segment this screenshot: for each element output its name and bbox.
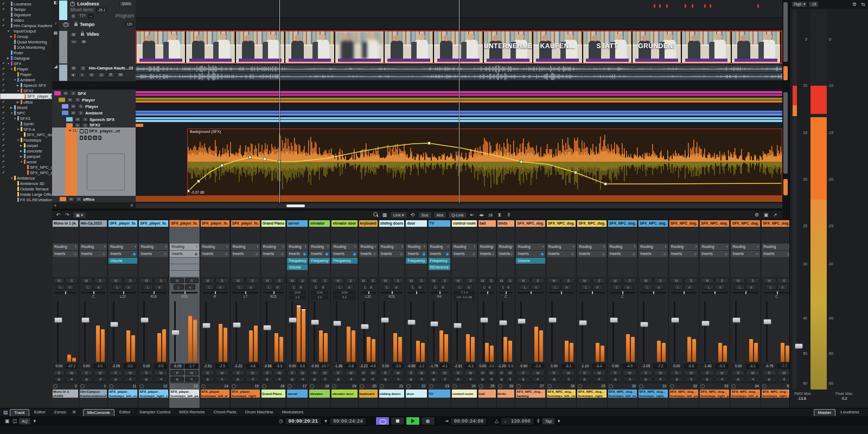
pan-slider[interactable] [381,292,403,293]
peak-value[interactable]: -2.6 [531,363,545,369]
channel-name-top[interactable]: SFX_player_fo. [170,220,199,227]
automation-point[interactable] [575,171,577,174]
inserts-rack-cell[interactable]: Inserts [547,251,576,257]
channel-overview-icon[interactable]: ▦ [381,212,388,218]
channel-name-bottom[interactable]: elevator [309,390,330,398]
tab-editor[interactable]: Editor [116,409,135,417]
pan-control[interactable] [578,290,605,300]
fader-and-meter[interactable] [516,300,544,363]
routing-rack-cell[interactable]: Routing‹ [359,244,378,250]
insert-slot-empty[interactable] [452,264,477,270]
pan-slider[interactable] [701,292,727,293]
fader-cap[interactable] [311,320,319,325]
insert-slot-empty[interactable] [170,258,199,264]
solo-button[interactable]: S [506,278,514,283]
insert-slot-empty[interactable] [139,258,168,264]
peak-value[interactable]: -4.9 [623,363,636,369]
edit-channel-button[interactable]: e [298,284,304,290]
fader-value[interactable]: 0.00 [547,363,561,369]
inserts-rack-cell[interactable]: Inserts [53,251,78,257]
insert-slot-empty[interactable] [309,271,330,277]
pan-control[interactable] [53,290,78,300]
automation-point[interactable] [428,142,431,145]
write-automation-button[interactable]: W [561,370,575,375]
channel-name-bottom[interactable]: control room [452,390,477,398]
edit-channel-button[interactable]: e [124,284,134,290]
listen-button[interactable]: L [84,284,93,290]
meter-align-select[interactable]: -18 [808,1,818,8]
fader-value[interactable]: 0.00 [53,363,65,369]
track-visibility-item[interactable]: Inside Large Office [0,192,52,197]
vscroll-thumb-upper[interactable] [783,2,788,62]
channel-name-top[interactable]: SFX_NPC_dog. [762,220,792,227]
mixer-channel[interactable]: SFX_player_fo.Routing‹InsertsMSLeR26-6.0… [169,220,200,409]
insert-slot-empty[interactable] [331,264,357,270]
peak-value[interactable]: -1.7 [184,363,198,369]
insert-slot-empty[interactable] [608,258,637,264]
record-arm-button[interactable] [762,376,776,382]
mute-button[interactable]: M [380,278,391,283]
pan-slider[interactable] [202,292,228,293]
expand-arrow-icon[interactable]: ▶ [17,84,21,87]
write-automation-button[interactable]: W [369,370,377,375]
mute-button[interactable]: M [452,278,464,283]
video-thumbnail[interactable] [236,31,285,63]
inserts-rack-cell[interactable]: Inserts [331,251,357,257]
pan-control[interactable] [406,290,426,300]
expand-arrow-icon[interactable]: ▶ [7,56,11,60]
edit-channel-button[interactable]: e [506,284,510,290]
fader-cap[interactable] [81,317,90,323]
video-thumbnail[interactable]: STATT [583,31,633,63]
insert-slot-empty[interactable] [547,271,576,277]
channel-name-top[interactable]: SFX_NPC_dog. [731,220,760,227]
monitor-button[interactable] [417,376,426,382]
record-arm-button[interactable] [498,376,506,382]
mute-button[interactable]: M [332,278,344,283]
pan-slider[interactable] [548,292,574,293]
frame-numbers-icon[interactable]: ⊞ [80,39,87,44]
pan-slider[interactable] [579,292,604,293]
insert-slot-volume[interactable]: Volume [108,258,137,264]
mute-button[interactable]: M [53,278,65,283]
routing-rack-cell[interactable]: Routing‹ [452,244,477,250]
pan-slider[interactable] [407,292,425,293]
solo-button[interactable]: S [369,278,377,283]
pan-slider[interactable] [640,292,666,293]
inserts-rack-cell[interactable]: Inserts [309,251,330,257]
fader-value[interactable]: -1.10 [578,363,591,369]
pan-control[interactable] [516,290,544,300]
video-thumbnail[interactable]: KAUFEN... [533,31,583,63]
mute-button[interactable]: M [609,278,622,283]
visibility-check[interactable]: ✓ [0,18,7,22]
mute-button[interactable]: M [498,278,506,283]
insert-slot-volume[interactable]: Volume [516,258,545,264]
mixer-channel[interactable]: TVRouting‹InsertsFrequencyREVerenceMSLeR… [428,220,451,409]
listen-button[interactable]: L [520,284,530,290]
fader-and-meter[interactable] [452,300,476,363]
listen-button[interactable]: L [581,284,591,290]
snapshot-icon[interactable]: ▣ ▾ [73,212,86,219]
track-visibility-item[interactable]: ✓SFX_NPC_dox [0,170,52,175]
track-visibility-item[interactable]: ✓Player [0,72,52,77]
listen-button[interactable]: L [704,284,714,290]
routing-rack-cell[interactable]: Routing‹ [287,244,308,250]
monitor-button[interactable] [369,376,377,382]
solo-button[interactable]: S [66,278,77,283]
solo-button[interactable]: S [82,117,88,122]
edit-channel-button[interactable]: e [392,284,400,290]
read-automation-button[interactable]: R [80,370,93,375]
mixer-channel[interactable]: birdsRouting‹InsertsMSLeC-1.20-5.5RW26bi… [497,220,516,409]
write-automation-button[interactable]: W [531,370,545,375]
pan-control[interactable]: 1OA2.0 [310,290,329,300]
pan-slider[interactable] [671,292,697,293]
pan-slider[interactable] [110,292,136,293]
fader-value[interactable]: -2.22 [232,363,245,369]
channel-number-row[interactable]: 19 [332,382,356,389]
mixer-channel[interactable]: elevator doorRouting‹InsertsFrequencyMSL… [331,220,358,409]
listen-button[interactable]: L [174,284,184,290]
solo-button[interactable]: S [82,123,88,128]
fader-value[interactable]: -0.50 [516,363,530,369]
caret-icon[interactable]: ▾ [555,418,563,424]
fader-cap[interactable] [518,318,526,324]
pan-control[interactable]: R4 [429,290,450,300]
